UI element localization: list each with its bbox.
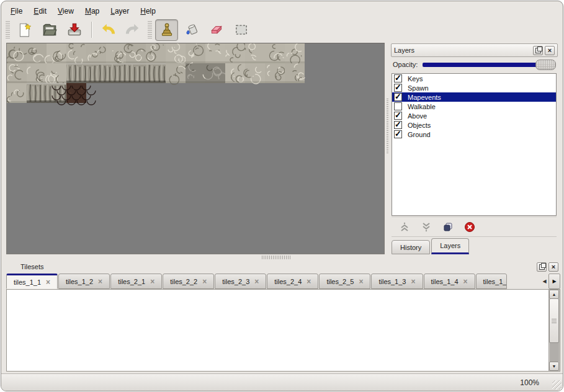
eraser-tool-button[interactable]: [205, 19, 228, 41]
menu-edit[interactable]: Edit: [28, 6, 52, 17]
tileset-tab-tiles_1_1[interactable]: tiles_1_1: [6, 274, 58, 289]
tileset-tab-tiles_2_2[interactable]: tiles_2_2: [163, 274, 214, 289]
layer-visibility-checkbox[interactable]: [394, 93, 402, 101]
tileset-tab-tiles_2_4[interactable]: tiles_2_4: [267, 274, 318, 289]
close-panel-button[interactable]: [545, 46, 555, 55]
map-viewport: [6, 43, 385, 254]
layer-visibility-checkbox[interactable]: [394, 74, 402, 82]
resize-grip[interactable]: [552, 380, 562, 390]
scrollbar-thumb[interactable]: [549, 298, 559, 343]
tab-close-icon[interactable]: [46, 278, 50, 286]
tab-close-icon[interactable]: [463, 278, 468, 285]
delete-layer-icon: [464, 221, 475, 233]
layer-visibility-checkbox[interactable]: [394, 121, 402, 129]
fill-tool-button[interactable]: [180, 19, 203, 41]
scroll-right-icon[interactable]: [548, 274, 560, 289]
layer-visibility-checkbox[interactable]: [394, 102, 402, 110]
layer-row-walkable[interactable]: Walkable: [392, 102, 556, 111]
menu-bar: File Edit View Map Layer Help: [5, 4, 161, 17]
tab-scroll-controls: [540, 274, 560, 289]
menu-help[interactable]: Help: [135, 6, 161, 17]
tab-close-icon[interactable]: [307, 278, 311, 285]
delete-layer-button[interactable]: [463, 220, 477, 234]
move-layer-down-button[interactable]: [419, 220, 433, 234]
tilesets-header: Tilesets: [6, 260, 560, 274]
tileset-tab-tiles_1_2[interactable]: tiles_1_2: [58, 274, 110, 289]
layer-visibility-checkbox[interactable]: [394, 130, 402, 138]
palette-scrollbar[interactable]: [548, 290, 560, 371]
layer-visibility-checkbox[interactable]: [394, 84, 402, 92]
layer-toolbar: [392, 216, 557, 237]
opacity-row: Opacity:: [393, 59, 556, 70]
opacity-slider-handle[interactable]: [535, 60, 556, 70]
menu-layer[interactable]: Layer: [105, 6, 135, 17]
tab-close-icon[interactable]: [202, 278, 207, 285]
stamp-tool-button[interactable]: [155, 19, 178, 41]
tileset-tab-tiles_2_5[interactable]: tiles_2_5: [319, 274, 370, 289]
duplicate-layer-button[interactable]: [441, 220, 455, 234]
stamp-icon: [159, 22, 175, 38]
save-file-button[interactable]: [63, 19, 86, 41]
layer-label: Walkable: [408, 103, 436, 110]
move-layer-down-icon: [421, 221, 432, 233]
move-layer-up-button[interactable]: [398, 220, 411, 234]
layer-visibility-checkbox[interactable]: [394, 112, 402, 120]
layer-row-ground[interactable]: Ground: [392, 130, 556, 139]
close-tilesets-button[interactable]: [548, 262, 558, 272]
app-window: File Edit View Map Layer Help: [1, 1, 563, 391]
save-file-icon: [66, 22, 83, 38]
menu-file[interactable]: File: [5, 6, 28, 17]
layer-label: Ground: [408, 131, 431, 138]
tileset-tab-tiles_2_3[interactable]: tiles_2_3: [215, 274, 266, 289]
open-file-button[interactable]: [38, 19, 61, 41]
menu-view[interactable]: View: [52, 6, 79, 17]
scroll-up-icon[interactable]: [549, 290, 559, 299]
tab-close-icon[interactable]: [411, 278, 415, 285]
tab-history[interactable]: History: [392, 240, 430, 254]
float-tilesets-button[interactable]: [537, 262, 547, 272]
layer-row-mapevents[interactable]: Mapevents: [392, 92, 556, 102]
opacity-slider[interactable]: [423, 59, 556, 70]
layer-label: Spawn: [408, 84, 429, 92]
tilesets-title: Tilesets: [20, 263, 535, 270]
select-icon: [233, 22, 249, 38]
toolbar-drag-handle[interactable]: [6, 21, 10, 38]
opacity-label: Opacity:: [393, 61, 418, 68]
redo-button[interactable]: [121, 19, 144, 41]
scroll-left-icon[interactable]: [540, 278, 548, 284]
map-canvas[interactable]: [7, 43, 384, 254]
tools-drag-handle[interactable]: [148, 21, 152, 38]
scroll-down-icon[interactable]: [549, 362, 559, 371]
tab-close-icon[interactable]: [98, 278, 102, 285]
dock-splitter-horizontal[interactable]: [262, 256, 292, 259]
dock-splitter-vertical[interactable]: [385, 43, 390, 254]
new-file-icon: [17, 22, 33, 38]
tileset-tab-tiles_1_3[interactable]: tiles_1_3: [371, 274, 423, 289]
layer-row-above[interactable]: Above: [392, 111, 556, 120]
zoom-level: 100%: [520, 378, 539, 387]
float-icon: [539, 264, 545, 270]
tileset-tab-tiles_1_4[interactable]: tiles_1_4: [424, 274, 475, 289]
tileset-tab-overflow[interactable]: tiles_1_: [476, 274, 508, 289]
layers-panel-header[interactable]: Layers: [391, 43, 558, 57]
fill-icon: [184, 22, 200, 38]
scrollbar-track[interactable]: [550, 342, 559, 362]
tab-close-icon[interactable]: [254, 278, 259, 285]
float-panel-button[interactable]: [533, 46, 543, 55]
tileset-tab-tiles_2_1[interactable]: tiles_2_1: [110, 274, 162, 289]
redo-icon: [125, 22, 141, 38]
tab-close-icon[interactable]: [359, 278, 363, 285]
tab-layers[interactable]: Layers: [431, 238, 469, 254]
tab-close-icon[interactable]: [150, 278, 154, 285]
select-tool-button[interactable]: [230, 19, 253, 41]
layer-row-spawn[interactable]: Spawn: [392, 83, 556, 92]
main-toolbar: [4, 19, 560, 41]
open-file-icon: [42, 22, 58, 38]
layer-row-keys[interactable]: Keys: [392, 74, 556, 83]
duplicate-layer-icon: [442, 221, 454, 233]
tileset-canvas[interactable]: [7, 290, 549, 370]
menu-map[interactable]: Map: [79, 6, 105, 17]
layer-row-objects[interactable]: Objects: [392, 120, 556, 130]
new-file-button[interactable]: [13, 19, 36, 41]
undo-button[interactable]: [96, 19, 119, 41]
